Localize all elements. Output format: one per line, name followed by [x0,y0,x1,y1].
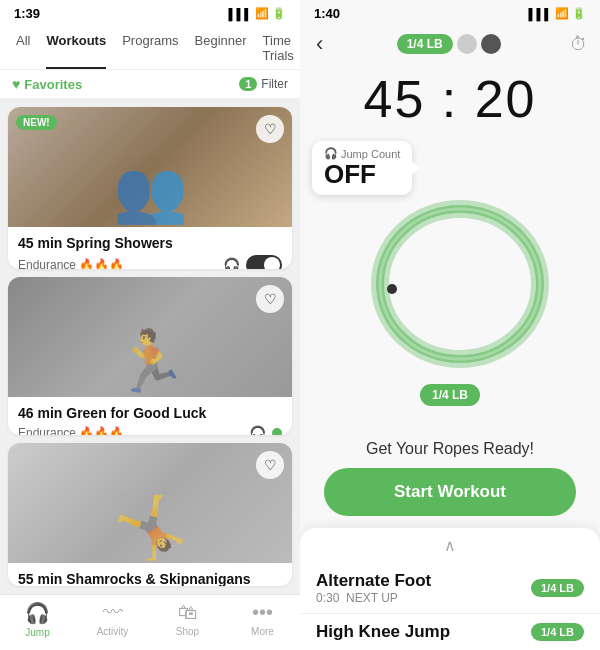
weight-dot-heavy[interactable] [481,34,501,54]
workout-type-1: Endurance 🔥🔥🔥 [18,258,124,269]
workout-actions-1: 🎧 [223,255,282,269]
right-header: ‹ 1/4 LB ⏱ [300,25,600,65]
sheet-handle[interactable]: ∧ [300,536,600,555]
workout-image-1: NEW! ♡ [8,107,292,227]
nav-label-shop: Shop [176,626,199,637]
more-icon: ••• [252,601,273,624]
filter-bar: ♥ Favorites 1 Filter [0,70,300,99]
rope-svg [350,194,550,374]
shop-icon: 🛍 [178,601,198,624]
workout-info-3: 55 min Shamrocks & Skipnanigans [8,563,292,586]
flame-icons-1: 🔥🔥🔥 [79,258,124,269]
workout-title-3: 55 min Shamrocks & Skipnanigans [18,571,282,586]
weight-dot-medium[interactable] [457,34,477,54]
exercise-row-1: Alternate Foot 0:30 NEXT UP 1/4 LB [300,563,600,614]
right-panel: 1:40 ▌▌▌ 📶 🔋 ‹ 1/4 LB ⏱ 45 : 20 🎧 Jump C… [300,0,600,650]
favorites-label: Favorites [24,77,82,92]
workout-image-2: ♡ [8,277,292,397]
headphone-icon-2: 🎧 [249,425,266,435]
weight-pill-selected[interactable]: 1/4 LB [397,34,453,54]
workout-type-2: Endurance 🔥🔥🔥 [18,426,124,435]
workout-meta-1: Endurance 🔥🔥🔥 🎧 [18,255,282,269]
filter-button[interactable]: 1 Filter [239,77,288,91]
tab-beginner[interactable]: Beginner [187,25,255,69]
right-signal-icon: ▌▌▌ [529,8,552,20]
favorite-button-3[interactable]: ♡ [256,451,284,479]
nav-item-jump[interactable]: 🎧 Jump [0,601,75,638]
workout-card-2[interactable]: ♡ 46 min Green for Good Luck Endurance 🔥… [8,277,292,435]
filter-label: Filter [261,77,288,91]
left-status-bar: 1:39 ▌▌▌ 📶 🔋 [0,0,300,25]
left-status-time: 1:39 [14,6,40,21]
toggle-knob-1 [264,257,280,269]
workout-title-1: 45 min Spring Showers [18,235,282,251]
nav-label-activity: Activity [97,626,129,637]
nav-item-more[interactable]: ••• More [225,601,300,638]
tab-workouts[interactable]: Workouts [38,25,114,69]
workout-card-3[interactable]: ♡ 55 min Shamrocks & Skipnanigans [8,443,292,586]
nav-label-jump: Jump [25,627,49,638]
workout-type-label-2: Endurance [18,426,76,435]
bottom-nav: 🎧 Jump 〰 Activity 🛍 Shop ••• More [0,594,300,650]
back-button[interactable]: ‹ [312,31,327,57]
workout-info-1: 45 min Spring Showers Endurance 🔥🔥🔥 🎧 [8,227,292,269]
battery-icon: 🔋 [272,7,286,20]
headphone-icon-1: 🎧 [223,257,240,269]
exercise-name-2: High Knee Jump [316,622,450,642]
bottom-sheet: ∧ Alternate Foot 0:30 NEXT UP 1/4 LB Hig… [300,528,600,650]
filter-badge: 1 [239,77,257,91]
activity-icon: 〰 [103,601,123,624]
jump-count-value: OFF [324,160,400,189]
flame-icons-2: 🔥🔥🔥 [79,426,124,435]
green-dot-2 [272,428,282,435]
right-wifi-icon: 📶 [555,7,569,20]
workout-actions-2: 🎧 [249,425,282,435]
workout-title-2: 46 min Green for Good Luck [18,405,282,421]
right-status-time: 1:40 [314,6,340,21]
tooltip-arrow [412,162,420,174]
tab-programs[interactable]: Programs [114,25,186,69]
workout-info-2: 46 min Green for Good Luck Endurance 🔥🔥🔥… [8,397,292,435]
rope-area: 🎧 Jump Count OFF 1/4 LB [300,131,600,436]
right-status-bar: 1:40 ▌▌▌ 📶 🔋 [300,0,600,25]
svg-point-2 [380,209,540,359]
workout-card-1[interactable]: NEW! ♡ 45 min Spring Showers Endurance 🔥… [8,107,292,269]
exercise-sub-1: 0:30 NEXT UP [316,591,431,605]
left-panel: 1:39 ▌▌▌ 📶 🔋 All Workouts Programs Begin… [0,0,300,650]
toggle-switch-1[interactable] [246,255,282,269]
ready-text: Get Your Ropes Ready! [300,436,600,468]
nav-item-activity[interactable]: 〰 Activity [75,601,150,638]
new-badge: NEW! [16,115,57,130]
exercise-weight-1: 1/4 LB [531,579,584,597]
wifi-icon: 📶 [255,7,269,20]
nav-label-more: More [251,626,274,637]
start-workout-button[interactable]: Start Workout [324,468,576,516]
exercise-info-2: High Knee Jump [316,622,450,642]
workout-type-label-1: Endurance [18,258,76,269]
tab-timetrials[interactable]: Time Trials [255,25,300,69]
tab-all[interactable]: All [8,25,38,69]
exercise-info-1: Alternate Foot 0:30 NEXT UP [316,571,431,605]
jump-icon: 🎧 [25,601,50,625]
right-battery-icon: 🔋 [572,7,586,20]
jump-count-tooltip: 🎧 Jump Count OFF [312,141,412,195]
workouts-list: NEW! ♡ 45 min Spring Showers Endurance 🔥… [0,99,300,594]
favorite-button-1[interactable]: ♡ [256,115,284,143]
left-status-icons: ▌▌▌ 📶 🔋 [229,7,286,20]
weight-selector: 1/4 LB [397,34,501,54]
svg-point-3 [387,284,397,294]
rope-weight-label: 1/4 LB [420,384,480,406]
favorites-button[interactable]: ♥ Favorites [12,76,82,92]
nav-tabs: All Workouts Programs Beginner Time Tria… [0,25,300,70]
signal-icon: ▌▌▌ [229,8,252,20]
workout-image-3: ♡ [8,443,292,563]
exercise-weight-2: 1/4 LB [531,623,584,641]
settings-icon[interactable]: ⏱ [570,34,588,55]
timer-display: 45 : 20 [300,65,600,131]
heart-icon: ♥ [12,76,20,92]
exercise-name-1: Alternate Foot [316,571,431,591]
workout-meta-2: Endurance 🔥🔥🔥 🎧 [18,425,282,435]
exercise-row-2: High Knee Jump 1/4 LB [300,614,600,650]
favorite-button-2[interactable]: ♡ [256,285,284,313]
nav-item-shop[interactable]: 🛍 Shop [150,601,225,638]
